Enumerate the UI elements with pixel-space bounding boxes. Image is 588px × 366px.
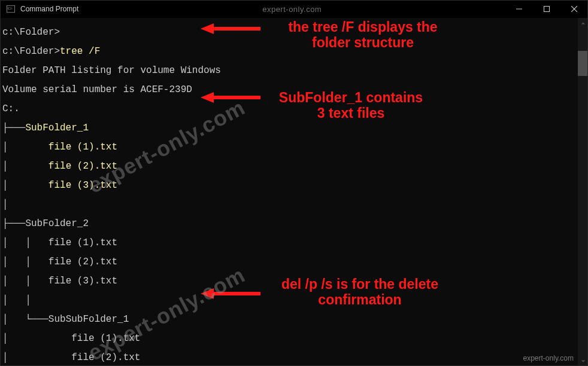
tree-pipe: │ <box>2 161 8 172</box>
command-text: tree /F <box>60 46 100 57</box>
watermark-footer: expert-only.com <box>523 354 574 362</box>
title-bar: C:\ Command Prompt expert-only.com <box>0 0 588 18</box>
tree-pipe: │ <box>2 333 8 344</box>
prompt: c:\Folder> <box>2 46 60 57</box>
tree-pipe: │ <box>2 180 8 191</box>
file-name: file (1).txt <box>49 142 117 152</box>
file-name: file (3).txt <box>49 180 117 191</box>
file-name: file (2).txt <box>49 161 117 172</box>
folder-name: SubFolder_2 <box>25 218 89 229</box>
close-button[interactable] <box>560 0 588 18</box>
output-text: C:. <box>2 103 20 114</box>
scroll-thumb[interactable] <box>578 51 588 76</box>
tree-pipe: │ <box>25 295 31 306</box>
maximize-button[interactable] <box>533 0 560 18</box>
scroll-track[interactable] <box>578 28 588 356</box>
minimize-button[interactable] <box>505 0 533 18</box>
tree-pipe: │ <box>25 237 31 248</box>
window-title: Command Prompt <box>20 5 78 13</box>
tree-pipe: │ <box>2 314 8 325</box>
tree-pipe: │ <box>2 352 8 363</box>
file-name: file (1).txt <box>49 237 117 248</box>
scroll-up-icon[interactable] <box>578 18 588 28</box>
folder-name: SubFolder_1 <box>25 123 89 133</box>
tree-pipe: │ <box>2 237 8 248</box>
tree-pipe: │ <box>2 199 8 210</box>
file-name: file (1).txt <box>71 333 140 344</box>
svg-text:C:\: C:\ <box>8 7 13 10</box>
tree-pipe: │ <box>2 276 8 286</box>
tree-branch: └─── <box>25 314 48 325</box>
tree-pipe: │ <box>25 276 31 286</box>
file-name: file (3).txt <box>49 276 117 286</box>
folder-name: SubSubFolder_1 <box>49 314 129 325</box>
cmd-icon: C:\ <box>6 4 16 14</box>
tree-branch: ├─── <box>2 123 25 133</box>
watermark-header: expert-only.com <box>78 5 505 14</box>
tree-pipe: │ <box>25 257 31 267</box>
svg-rect-3 <box>544 7 550 12</box>
window-controls <box>505 0 588 18</box>
prompt: c:\Folder> <box>2 27 60 38</box>
vertical-scrollbar[interactable] <box>578 18 588 366</box>
scroll-down-icon[interactable] <box>578 356 588 366</box>
tree-branch: ├─── <box>2 218 25 229</box>
output-text: Volume serial number is ACEF-239D <box>2 84 192 95</box>
tree-pipe: │ <box>2 257 8 267</box>
terminal-output[interactable]: c:\Folder> c:\Folder>tree /F Folder PATH… <box>0 18 578 366</box>
tree-pipe: │ <box>2 295 8 306</box>
file-name: file (2).txt <box>49 257 117 267</box>
file-name: file (2).txt <box>71 352 140 363</box>
tree-pipe: │ <box>2 142 8 152</box>
output-text: Folder PATH listing for volume Windows <box>2 65 221 76</box>
